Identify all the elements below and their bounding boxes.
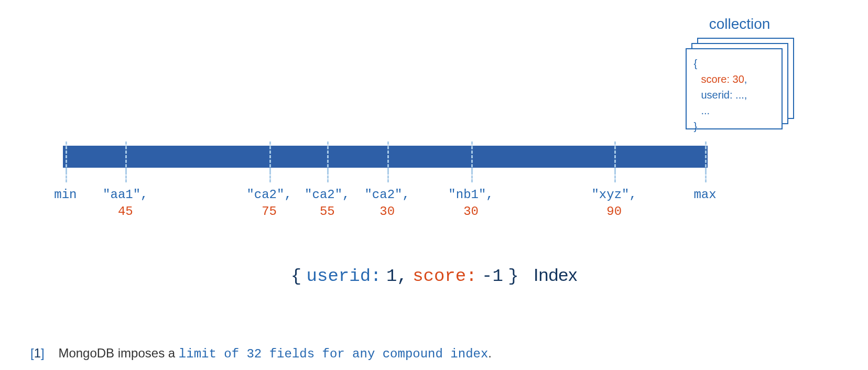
- tick-tail-entry: [125, 168, 127, 182]
- tick-key: "xyz",: [578, 187, 651, 203]
- tick-label-entry: "ca2",30: [351, 187, 424, 221]
- tick-tail-entry: [614, 168, 616, 182]
- footnote: [1] MongoDB imposes a limit of 32 fields…: [30, 346, 492, 361]
- collection-area: collection { score: 30, userid: ..., ...…: [674, 16, 805, 129]
- doc-close-brace: }: [694, 118, 774, 134]
- idx-open: {: [291, 266, 301, 286]
- idx-comma: ,: [397, 266, 407, 286]
- footnote-bracket-open: [: [30, 346, 34, 360]
- doc-open-brace: {: [694, 56, 774, 71]
- footnote-suffix: .: [488, 346, 492, 360]
- idx-label: Index: [534, 265, 577, 285]
- idx-userid-key: userid:: [307, 266, 382, 286]
- tick-value: 90: [578, 203, 651, 220]
- footnote-link[interactable]: limit of 32 fields for any compound inde…: [179, 347, 489, 361]
- tick-key: "ca2",: [351, 187, 424, 203]
- index-bar-area: min max "aa1",45"ca2",75"ca2",55"ca2",30…: [63, 146, 708, 168]
- tick-tail-min: [66, 168, 67, 182]
- doc-score-key: score:: [701, 73, 730, 85]
- document-stack: { score: 30, userid: ..., ... }: [686, 38, 794, 129]
- doc-comma: ,: [744, 73, 747, 85]
- footnote-ref: 1: [34, 346, 41, 360]
- index-definition: { userid: 1, score: -1 } Index: [0, 265, 868, 286]
- doc-line-score: score: 30,: [694, 71, 774, 87]
- document-card-front: { score: 30, userid: ..., ... }: [686, 48, 783, 129]
- tick-key: "aa1",: [89, 187, 162, 203]
- tick-tail-entry: [327, 168, 329, 182]
- tick-tail-max: [705, 168, 707, 182]
- doc-line-userid: userid: ...,: [694, 87, 774, 103]
- idx-score-key: score:: [413, 266, 476, 286]
- tick-label-entry: "xyz",90: [578, 187, 651, 221]
- tick-value: 30: [351, 203, 424, 220]
- doc-line-ellipsis: ...: [694, 103, 774, 118]
- tick-tail-entry: [269, 168, 271, 182]
- index-bar: min max "aa1",45"ca2",75"ca2",55"ca2",30…: [63, 146, 708, 168]
- idx-close: }: [508, 266, 518, 286]
- doc-score-value: 30: [733, 73, 744, 85]
- footnote-prefix: MongoDB imposes a: [58, 346, 178, 360]
- tick-label-entry: "nb1",30: [435, 187, 508, 221]
- tick-key: "nb1",: [435, 187, 508, 203]
- tick-value: 30: [435, 203, 508, 220]
- tick-label-max: max: [668, 187, 742, 203]
- tick-tail-entry: [387, 168, 389, 182]
- idx-score-val: -1: [482, 266, 503, 286]
- tick-tail-entry: [471, 168, 473, 182]
- collection-label: collection: [674, 16, 805, 32]
- tick-value: 45: [89, 203, 162, 220]
- idx-userid-val: 1: [386, 266, 397, 286]
- footnote-bracket-close: ]: [41, 346, 45, 360]
- tick-label-entry: "aa1",45: [89, 187, 162, 221]
